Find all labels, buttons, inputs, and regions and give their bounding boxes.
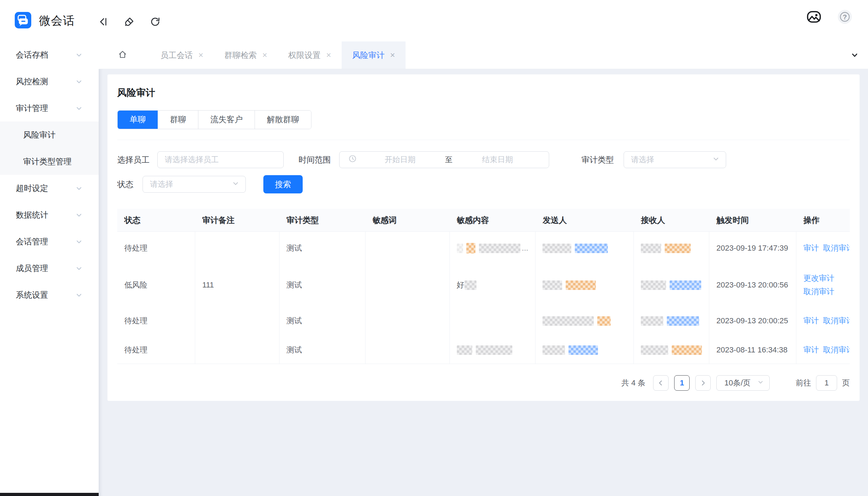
tab-permission-settings[interactable]: 权限设置 × [278,41,342,69]
cell-receiver [634,232,709,265]
next-page-button[interactable] [695,375,711,391]
tab-label: 权限设置 [288,50,321,61]
chevron-down-icon [75,78,83,87]
redacted-link[interactable] [670,280,701,290]
cell-sensitive-word [366,265,450,305]
redacted-name [542,316,594,326]
audit-link[interactable]: 审计 [803,345,819,355]
tab-employee-sessions[interactable]: 员工会话 × [150,41,214,69]
sidebar-item-label: 会话管理 [16,236,48,247]
collapse-sidebar-icon[interactable] [96,14,111,29]
sidebar-subitem-label: 风险审计 [23,130,55,140]
col-header-status: 状态 [117,209,195,231]
pagination: 共 4 条 1 10条/页 前往 页 [117,375,850,391]
cancel-audit-link[interactable]: 取消审计 [823,243,850,253]
chevron-down-icon [712,155,719,165]
cell-status: 待处理 [117,232,195,265]
redacted-name [566,280,596,290]
redacted-name [665,244,691,253]
sidebar-subitem-risk-audit[interactable]: 风险审计 [0,121,99,148]
audit-link[interactable]: 审计 [803,316,819,326]
sidebar-item-risk-detection[interactable]: 风控检测 [0,68,99,95]
tabbar: 员工会话 × 群聊检索 × 权限设置 × 风险审计 × [99,41,868,69]
sidebar-item-timeout-settings[interactable]: 超时设定 [0,175,99,201]
date-range-picker[interactable]: 开始日期 至 结束日期 [339,151,549,168]
redacted-link[interactable] [667,316,699,326]
redacted-link[interactable] [575,244,608,253]
col-header-audit-note: 审计备注 [195,209,280,231]
status-select[interactable]: 请选择 [143,176,246,193]
chevron-down-icon [75,105,83,114]
chat-type-segmented-control: 单聊 群聊 流失客户 解散群聊 [117,110,311,129]
goto-label: 前往 [796,378,811,388]
redacted-content [476,345,512,355]
sidebar-item-label: 超时设定 [16,183,48,194]
sidebar-subitem-audit-type-management[interactable]: 审计类型管理 [0,148,99,175]
sidebar-subitem-label: 审计类型管理 [23,156,72,167]
close-icon[interactable]: × [262,51,267,59]
sidebar-item-data-statistics[interactable]: 数据统计 [0,201,99,228]
redacted-link[interactable] [568,345,598,355]
cell-sensitive-word [366,232,450,265]
close-icon[interactable]: × [198,51,203,59]
brush-icon[interactable] [121,14,137,29]
page-size-select[interactable]: 10条/页 [716,375,770,391]
sidebar-item-label: 系统设置 [16,290,48,300]
table-row: 待处理 测试 2023-09-13 20:00:2 [117,305,850,336]
brand: 微会话 [15,12,75,30]
close-icon[interactable]: × [390,51,395,59]
audit-link[interactable]: 审计 [803,243,819,253]
sidebar-item-label: 成员管理 [16,263,48,274]
search-button[interactable]: 搜索 [263,175,303,193]
goto-page-input[interactable] [816,375,837,391]
avatar-image-placeholder-icon[interactable] [806,9,822,25]
cancel-audit-link[interactable]: 取消审计 [803,286,834,297]
sidebar-item-session-management[interactable]: 会话管理 [0,228,99,255]
close-icon[interactable]: × [326,51,331,59]
start-date-placeholder[interactable]: 开始日期 [357,154,443,165]
tab-label: 员工会话 [160,50,193,61]
chevron-down-icon [75,238,83,247]
current-page-button[interactable]: 1 [674,375,690,391]
cell-sensitive-word [366,305,450,336]
prev-page-button[interactable] [653,375,669,391]
sidebar-item-label: 审计管理 [16,103,48,114]
segment-disbanded-groups[interactable]: 解散群聊 [255,111,311,129]
tabs-overflow-chevron-icon[interactable] [850,41,859,69]
audit-type-select[interactable]: 请选择 [624,151,726,168]
cancel-audit-link[interactable]: 取消审计 [823,316,850,326]
app-title: 微会话 [39,13,75,29]
employee-input[interactable] [157,151,284,168]
segment-lost-customers[interactable]: 流失客户 [198,111,255,129]
segment-group-chat[interactable]: 群聊 [158,111,198,129]
cell-sender [535,305,634,336]
page-title: 风险审计 [117,86,850,99]
home-tab[interactable] [99,41,137,69]
help-icon[interactable]: ? [837,9,853,25]
refresh-icon[interactable] [147,14,163,29]
tab-label: 风险审计 [352,50,384,61]
change-audit-link[interactable]: 更改审计 [803,273,834,284]
main-content: 风险审计 单聊 群聊 流失客户 解散群聊 选择员工 时间范围 开始日期 至 结束… [99,69,868,496]
sidebar-item-audit-management[interactable]: 审计管理 [0,95,99,121]
tab-risk-audit[interactable]: 风险审计 × [342,41,406,69]
topbar: 微会话 [0,0,868,41]
sidebar-item-label: 数据统计 [16,210,48,220]
app-logo-icon [15,12,31,30]
redacted-content [457,244,463,253]
cell-actions: 审计 取消审计 [796,305,850,336]
sidebar-item-system-settings[interactable]: 系统设置 [0,282,99,308]
cell-sensitive-word [366,336,450,364]
home-icon [118,49,127,61]
sidebar-item-session-archive[interactable]: 会话存档 [0,41,99,68]
cell-sensitive-content [450,305,536,336]
cancel-audit-link[interactable]: 取消审计 [823,345,850,355]
cell-sender [535,336,634,364]
audit-type-label: 审计类型 [581,154,614,165]
cell-actions: 审计 取消审计 [796,336,850,364]
redacted-name [672,345,702,355]
end-date-placeholder[interactable]: 结束日期 [455,154,541,165]
tab-group-chat-search[interactable]: 群聊检索 × [214,41,278,69]
segment-single-chat[interactable]: 单聊 [118,111,158,129]
sidebar-item-member-management[interactable]: 成员管理 [0,255,99,282]
